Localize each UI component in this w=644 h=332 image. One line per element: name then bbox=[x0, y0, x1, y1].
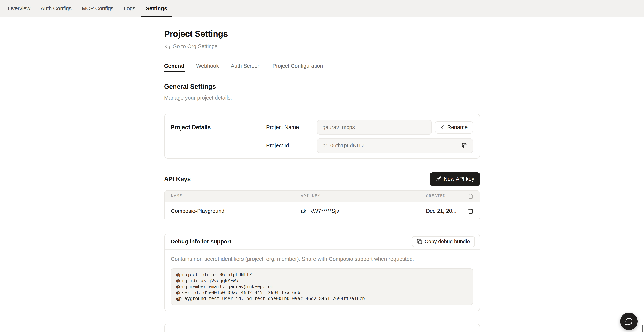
trash-icon bbox=[468, 193, 474, 199]
trash-icon bbox=[468, 208, 474, 214]
org-settings-link[interactable]: Go to Org Settings bbox=[164, 43, 218, 50]
settings-tabs: General Webhook Auth Screen Project Conf… bbox=[164, 63, 489, 72]
page-body: Project Settings Go to Org Settings Gene… bbox=[0, 17, 644, 332]
delete-api-key-button[interactable] bbox=[468, 208, 474, 214]
rename-button-label: Rename bbox=[447, 124, 468, 130]
general-settings-description: Manage your project details. bbox=[164, 95, 480, 101]
column-api-key: API KEY bbox=[294, 194, 420, 198]
project-id-value: pr_06th1pLdNtTZ bbox=[322, 143, 365, 149]
debug-bundle-code: @project_id: pr_06th1pLdNtTZ @org_id: ok… bbox=[171, 268, 473, 305]
page-title: Project Settings bbox=[164, 17, 480, 39]
key-icon bbox=[436, 176, 441, 182]
nav-tab-logs[interactable]: Logs bbox=[119, 0, 140, 17]
tab-general[interactable]: General bbox=[164, 63, 184, 72]
pencil-icon bbox=[440, 125, 444, 130]
project-id-row: Project Id pr_06th1pLdNtTZ bbox=[266, 138, 473, 153]
api-keys-table: NAME API KEY CREATED Composio-Playground… bbox=[164, 190, 480, 220]
bundle-line: @playground_test_user_id: pg-test-d5e001… bbox=[176, 296, 467, 301]
nav-tab-auth-configs[interactable]: Auth Configs bbox=[36, 0, 76, 17]
table-header-row: NAME API KEY CREATED bbox=[164, 191, 480, 202]
project-name-input[interactable]: gaurav_mcps bbox=[317, 120, 432, 135]
corner-up-left-icon bbox=[164, 44, 170, 50]
bundle-line: @org_id: ok_jVveqqkYFWa- bbox=[176, 278, 467, 284]
bundle-line: @org_member_email: gaurav@inkeep.com bbox=[176, 284, 467, 290]
debug-title: Debug info for support bbox=[171, 238, 232, 245]
tab-auth-screen[interactable]: Auth Screen bbox=[231, 63, 261, 72]
org-settings-link-label: Go to Org Settings bbox=[173, 43, 218, 50]
project-name-label: Project Name bbox=[266, 124, 317, 130]
app-root: Overview Auth Configs MCP Configs Logs S… bbox=[0, 0, 644, 332]
tab-webhook[interactable]: Webhook bbox=[196, 63, 219, 72]
copy-icon bbox=[417, 239, 422, 244]
debug-card-body: Contains non-secret identifiers (project… bbox=[164, 249, 480, 311]
nav-tab-mcp-configs[interactable]: MCP Configs bbox=[77, 0, 118, 17]
new-api-key-label: New API key bbox=[444, 176, 474, 182]
general-settings-heading: General Settings bbox=[164, 83, 480, 90]
project-name-row: Project Name gaurav_mcps Rename bbox=[266, 120, 473, 135]
scrollbar-thumb[interactable] bbox=[642, 325, 644, 332]
column-name: NAME bbox=[164, 194, 294, 198]
api-keys-header: API Keys New API key bbox=[164, 172, 480, 186]
column-created: CREATED bbox=[420, 194, 462, 198]
new-api-key-button[interactable]: New API key bbox=[430, 172, 480, 186]
nav-tab-settings[interactable]: Settings bbox=[141, 0, 172, 17]
project-details-card: Project Details Project Name gaurav_mcps… bbox=[164, 114, 480, 159]
api-key-name-cell: Composio-Playground bbox=[164, 208, 294, 214]
tab-project-configuration[interactable]: Project Configuration bbox=[272, 63, 323, 72]
rename-button[interactable]: Rename bbox=[435, 121, 473, 134]
nav-tab-overview[interactable]: Overview bbox=[3, 0, 35, 17]
project-id-label: Project Id bbox=[266, 143, 317, 149]
chat-button[interactable] bbox=[620, 312, 638, 330]
api-key-created-cell: Dec 21, 20... bbox=[420, 208, 462, 214]
api-key-value-cell: ak_KW7*****Sjv bbox=[294, 208, 420, 214]
copy-project-id-button[interactable] bbox=[462, 143, 467, 148]
bundle-line: @user_id: d5e001b0-09ac-46d2-8451-2694ff… bbox=[176, 290, 467, 296]
project-id-input[interactable]: pr_06th1pLdNtTZ bbox=[317, 138, 473, 153]
copy-icon bbox=[462, 143, 467, 148]
copy-debug-bundle-button[interactable]: Copy debug bundle bbox=[412, 236, 475, 247]
bundle-line: @project_id: pr_06th1pLdNtTZ bbox=[176, 272, 467, 278]
project-details-title: Project Details bbox=[171, 120, 266, 153]
debug-card-header: Debug info for support Copy debug bundle bbox=[164, 234, 480, 249]
column-delete bbox=[462, 193, 480, 199]
api-keys-heading: API Keys bbox=[164, 176, 191, 183]
debug-card: Debug info for support Copy debug bundle… bbox=[164, 233, 480, 311]
debug-description: Contains non-secret identifiers (project… bbox=[171, 256, 473, 262]
table-row: Composio-Playground ak_KW7*****Sjv Dec 2… bbox=[164, 202, 480, 220]
top-navigation: Overview Auth Configs MCP Configs Logs S… bbox=[0, 0, 644, 17]
next-card-partial bbox=[164, 323, 480, 332]
api-key-delete-cell bbox=[462, 208, 480, 214]
copy-debug-bundle-label: Copy debug bundle bbox=[425, 239, 470, 244]
chat-bubble-icon bbox=[625, 317, 633, 325]
